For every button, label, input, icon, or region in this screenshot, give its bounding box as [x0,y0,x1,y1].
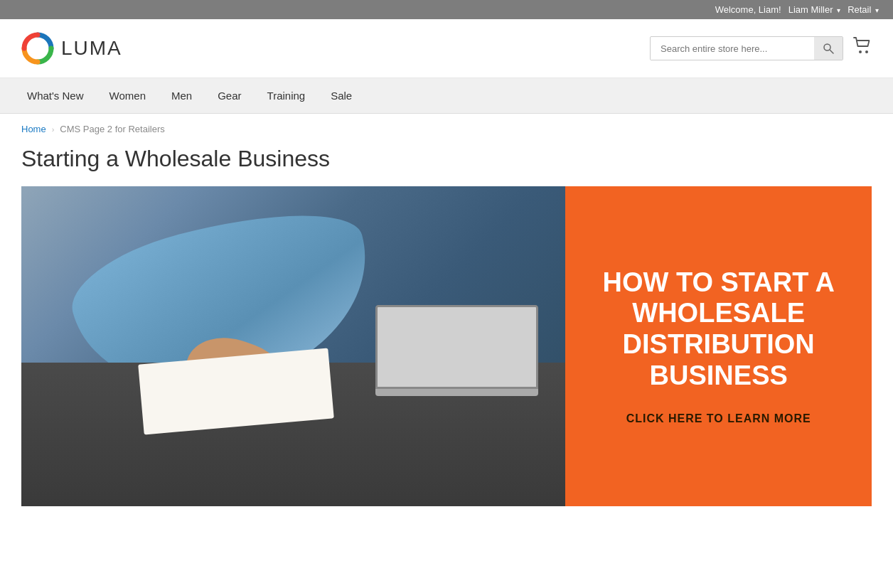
nav-list: What's NewWomenMenGearTrainingSale [14,78,879,113]
search-input[interactable] [651,38,814,60]
svg-point-1 [824,44,830,50]
nav-item-what's-new: What's New [14,78,97,113]
breadcrumb: Home › CMS Page 2 for Retailers [0,114,893,141]
header-right [650,36,872,60]
svg-point-4 [865,50,868,53]
nav-link-gear[interactable]: Gear [205,78,254,113]
nav-item-sale: Sale [318,78,365,113]
nav-link-sale[interactable]: Sale [318,78,365,113]
logo-text: LUMA [61,37,122,60]
hero-image-inner [21,186,565,506]
svg-point-3 [859,50,862,53]
nav-item-men: Men [159,78,205,113]
header: LUMA [0,19,893,78]
hero-image [21,186,565,506]
breadcrumb-current: CMS Page 2 for Retailers [60,124,164,134]
hero-cta-link[interactable]: CLICK HERE TO LEARN MORE [626,412,811,425]
laptop [375,305,539,417]
breadcrumb-home-link[interactable]: Home [21,124,46,134]
nav-link-women[interactable]: Women [97,78,159,113]
logo-link[interactable]: LUMA [21,32,122,65]
hero-text-panel: HOW TO START A WHOLESALE DISTRIBUTION BU… [565,186,872,506]
hero-main-text: HOW TO START A WHOLESALE DISTRIBUTION BU… [583,267,854,392]
user-account-link[interactable]: Liam Miller ▾ [788,4,840,15]
search-icon [823,43,834,54]
store-dropdown-arrow: ▾ [875,6,879,14]
search-button[interactable] [814,37,843,60]
cart-button[interactable] [853,37,872,60]
breadcrumb-separator: › [52,125,55,134]
store-switcher-link[interactable]: Retail ▾ [847,4,879,15]
cart-icon [853,37,872,55]
welcome-text: Welcome, Liam! [715,4,781,15]
logo-icon [21,32,54,65]
laptop-screen [375,305,539,389]
search-wrapper [650,36,843,60]
nav-link-what's-new[interactable]: What's New [14,78,97,113]
nav-item-gear: Gear [205,78,254,113]
hero-banner: HOW TO START A WHOLESALE DISTRIBUTION BU… [21,186,872,506]
nav-link-training[interactable]: Training [255,78,319,113]
nav-item-training: Training [255,78,319,113]
user-dropdown-arrow: ▾ [837,6,840,14]
top-bar: Welcome, Liam! Liam Miller ▾ Retail ▾ [0,0,893,19]
svg-line-2 [830,50,834,54]
nav-bar: What's NewWomenMenGearTrainingSale [0,78,893,114]
nav-item-women: Women [97,78,159,113]
nav-link-men[interactable]: Men [159,78,205,113]
laptop-base [375,389,539,396]
page-title: Starting a Wholesale Business [0,141,893,186]
